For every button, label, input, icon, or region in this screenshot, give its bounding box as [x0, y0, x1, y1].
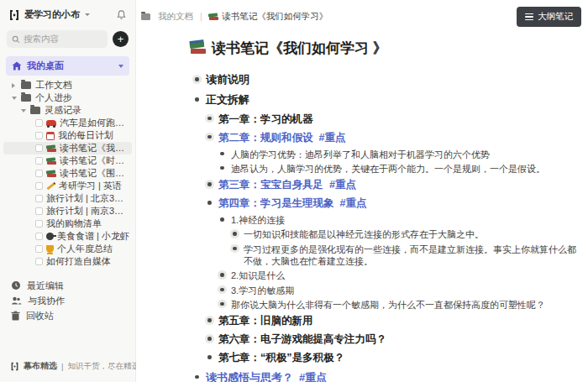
document-icon	[35, 220, 43, 228]
sidebar-doc-daily-plan[interactable]: 我的每日计划	[0, 129, 135, 142]
sidebar-doc-how-we-learn[interactable]: 读书笔记《我们如何学习》	[3, 142, 132, 154]
breadcrumb-my-docs[interactable]: 我的文档	[158, 11, 193, 23]
sidebar-doc-self-media[interactable]: 如何打造自媒体	[0, 255, 135, 268]
outline-node[interactable]: 第四章：学习是生理现象 #重点	[190, 195, 576, 213]
tag-zhongdian[interactable]: #重点	[340, 196, 367, 211]
sidebar-doc-beijing-trip[interactable]: 旅行计划 | 北京3日游	[0, 192, 135, 205]
sidebar-item-trash[interactable]: 回收站	[0, 308, 135, 323]
sidebar-doc-fortress-besieged[interactable]: 读书笔记《围城》	[0, 167, 135, 180]
chevron-right-icon[interactable]	[12, 83, 21, 88]
books-icon	[46, 157, 56, 165]
bullet-icon[interactable]	[220, 273, 224, 277]
outline-node[interactable]: 那你说大脑为什么非得有一个敏感期，为什么不一直都保持高度的可塑性呢？	[190, 297, 576, 311]
bullet-icon[interactable]	[233, 232, 237, 236]
breadcrumb: 我的文档 ｜ 读书笔记《我们如何学习》	[141, 11, 328, 23]
bullet-icon[interactable]	[207, 337, 212, 341]
bullet-icon[interactable]	[195, 97, 199, 102]
bullet-icon[interactable]	[207, 182, 212, 186]
cooking-pan-icon	[46, 233, 54, 240]
sidebar-folder-personal-progress[interactable]: 个人进步	[0, 92, 135, 104]
outline-node[interactable]: 读书感悟与思考？ #重点	[190, 368, 576, 382]
bullet-icon[interactable]	[207, 318, 212, 322]
chevron-down-icon[interactable]	[12, 97, 21, 100]
breadcrumb-separator: ｜	[197, 11, 205, 23]
bell-icon[interactable]	[116, 9, 127, 20]
sidebar-doc-nanjing-trip[interactable]: 旅行计划 | 南京3日游	[0, 205, 135, 217]
page-title[interactable]: 读书笔记《我们如何学习 》	[190, 39, 576, 58]
sidebar-folder-inspiration-notes[interactable]: 灵感记录	[0, 104, 135, 117]
document-icon	[35, 182, 43, 190]
document-icon	[35, 233, 43, 240]
bullet-icon[interactable]	[220, 217, 224, 222]
bullet-icon[interactable]	[207, 355, 212, 359]
document-icon	[35, 119, 43, 127]
sidebar-folder-work-docs[interactable]: 工作文档	[0, 79, 135, 92]
bullet-icon[interactable]	[195, 77, 199, 81]
collaborators-icon	[11, 296, 22, 306]
outline-node[interactable]: 3.学习的敏感期	[190, 283, 576, 297]
breadcrumb-current-page[interactable]: 读书笔记《我们如何学习》	[208, 11, 328, 23]
outline-node[interactable]: 正文拆解	[190, 90, 576, 110]
chevron-down-icon[interactable]	[118, 65, 123, 68]
sidebar-item-label: 我的桌面	[27, 60, 64, 72]
folder-icon	[21, 81, 31, 89]
search-icon	[12, 35, 20, 44]
chevron-down-icon[interactable]	[21, 109, 30, 113]
outline-node[interactable]: 人脑的学习优势：迪昂列举了和人脑相对于机器学习的六个优势	[190, 147, 576, 161]
bullet-icon[interactable]	[220, 166, 224, 170]
sidebar-item-my-desktop[interactable]: 我的桌面	[6, 56, 129, 76]
bullet-icon[interactable]	[233, 247, 237, 251]
bullet-icon[interactable]	[207, 117, 212, 121]
bullet-icon[interactable]	[220, 152, 224, 156]
sidebar-item-recent-edits[interactable]: 最近编辑	[0, 278, 135, 293]
tag-zhongdian[interactable]: #重点	[319, 131, 346, 145]
bullet-icon[interactable]	[220, 288, 224, 292]
mubu-featured-banner[interactable]: 幕布精选 | 知识干货，尽在精选	[10, 360, 130, 372]
outline-node[interactable]: 第五章：旧脑的新用	[190, 312, 576, 331]
main-content: 我的文档 ｜ 读书笔记《我们如何学习》 大纲笔记 读书笔记《我们如何学习 》 读…	[136, 0, 588, 382]
outline-node[interactable]: 1.神经的连接	[190, 213, 576, 228]
mubu-logo-icon	[8, 9, 20, 21]
outline-node[interactable]: 2.知识是什么	[190, 269, 576, 283]
outline-node[interactable]: 读前说明	[190, 70, 576, 90]
sidebar-doc-shopping-list[interactable]: 我的购物清单	[0, 217, 135, 230]
bullet-icon[interactable]	[220, 302, 224, 306]
sidebar-doc-crayfish-recipe[interactable]: 美食食谱 | 小龙虾	[0, 230, 135, 243]
document-icon	[35, 157, 43, 165]
outline-note-button[interactable]: 大纲笔记	[517, 7, 581, 27]
bullet-icon[interactable]	[207, 201, 212, 205]
outline-node[interactable]: 迪昂认为，人脑学习的优势，关键在于两个能力。一个是规则，一个是假设。	[190, 161, 576, 175]
outline-node[interactable]: 第七章：“积极”是多积极？	[190, 349, 576, 368]
bullet-icon[interactable]	[207, 135, 212, 139]
folder-icon	[21, 94, 31, 102]
trophy-icon	[46, 245, 54, 253]
bullet-icon[interactable]	[195, 375, 199, 379]
sidebar-doc-annual-summary[interactable]: 个人年度总结	[0, 243, 135, 255]
outline-node[interactable]: 学习过程更多的是强化现有的一些连接，而不是建立新连接。事实上你就算什么都不做，大…	[190, 242, 576, 269]
app-window: 爱学习的小布 搜索内容 + 我的桌面	[0, 0, 588, 382]
document-icon	[35, 207, 43, 215]
outline-node[interactable]: 一切知识和技能都是以神经元连接的形式存在于大脑之中。	[190, 228, 576, 242]
outline-node[interactable]: 第三章：宝宝自身具足 #重点	[190, 176, 576, 195]
sidebar-doc-postgrad-english[interactable]: 考研学习 | 英语	[0, 180, 135, 192]
books-icon	[46, 170, 56, 178]
sidebar-item-shared-with-me[interactable]: 与我协作	[0, 293, 135, 308]
add-page-button[interactable]: +	[113, 31, 129, 47]
outline-node[interactable]: 第二章：规则和假设 #重点	[190, 128, 576, 147]
calendar-icon	[46, 132, 55, 140]
tag-zhongdian[interactable]: #重点	[299, 370, 327, 382]
topbar: 我的文档 ｜ 读书笔记《我们如何学习》 大纲笔记	[136, 0, 588, 27]
outline-node[interactable]: 第一章：学习的机器	[190, 110, 576, 128]
outline-node[interactable]: 第六章：电子游戏能提高专注力吗？	[190, 331, 576, 349]
document-icon	[35, 195, 43, 202]
folder-icon	[141, 13, 150, 20]
workspace-header[interactable]: 爱学习的小布	[0, 0, 135, 24]
document-icon	[35, 132, 43, 139]
tag-zhongdian[interactable]: #重点	[329, 178, 356, 192]
sidebar-doc-brief-history-of-time[interactable]: 读书笔记《时间简史》	[0, 154, 135, 167]
books-icon	[208, 13, 218, 21]
search-input[interactable]: 搜索内容	[7, 30, 108, 48]
workspace-name[interactable]: 爱学习的小布	[24, 8, 80, 21]
sidebar-doc-how-cars-run[interactable]: 汽车是如何跑起来的	[0, 117, 135, 129]
workspace-caret-icon	[85, 13, 90, 16]
